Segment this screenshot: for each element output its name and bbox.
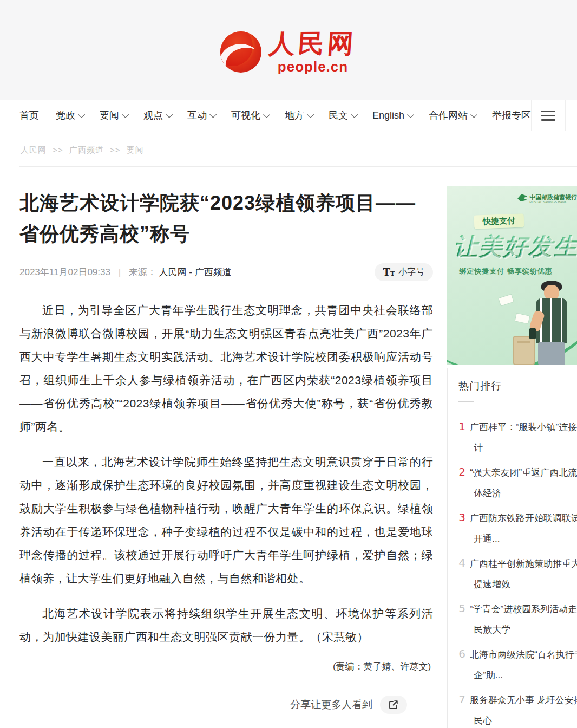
publish-date: 2023年11月02日09:33 — [19, 267, 110, 277]
list-item[interactable]: 3广西防东铁路开始联调联试 预 开通... — [458, 507, 577, 549]
pipe-separator: | — [119, 267, 121, 277]
breadcrumb-home[interactable]: 人民网 — [21, 145, 47, 154]
nav-item-hudong[interactable]: 互动 — [187, 109, 214, 122]
ad-banner[interactable]: 中国邮政储蓄银行 POSTAL SAVINGS BANK 快捷支付 让美好发生 … — [447, 186, 577, 365]
sidebar: 中国邮政储蓄银行 POSTAL SAVINGS BANK 快捷支付 让美好发生 … — [447, 167, 577, 728]
site-name: 人民网 — [268, 30, 357, 56]
nav-item-yaowen[interactable]: 要闻 — [100, 109, 127, 122]
search-button[interactable] — [566, 100, 577, 131]
nav-item-minwen[interactable]: 民文 — [329, 109, 356, 122]
share-row: 分享让更多人看到 — [19, 696, 433, 714]
rank-number: 5 — [458, 598, 465, 619]
share-icon — [388, 699, 399, 710]
paragraph: 近日，为引导全区广大青年学生践行生态文明理念，共青团中央社会联络部与新浪微博联合… — [19, 298, 433, 438]
nav-label: 举报专区 — [492, 109, 531, 122]
rank-number: 3 — [458, 507, 465, 528]
list-item[interactable]: 5“学青会”进校园系列活动走 民族大学 — [458, 598, 577, 640]
item-text-cont: 体经济 — [458, 483, 577, 504]
paragraph: 北海艺术设计学院表示将持续组织学生开展生态文明、环境保护等系列活动，为加快建设美… — [19, 602, 433, 648]
page: 人民网 people.cn 首页 党政 要闻 观点 互动 可视化 地方 民文 E… — [0, 0, 577, 728]
list-item[interactable]: 6北海市两级法院“百名执行干 企”助... — [458, 644, 577, 686]
chevron-down-icon — [307, 111, 314, 118]
list-item[interactable]: 4广西桂平创新施策助推重大项 提速增效 — [458, 552, 577, 595]
share-button[interactable] — [380, 696, 407, 714]
nav-item-hezuo[interactable]: 合作网站 — [429, 109, 475, 122]
site-logo[interactable]: 人民网 people.cn — [220, 30, 357, 74]
item-text: 广西桂平：“服装小镇”连接 — [470, 417, 577, 438]
bank-bird-icon — [517, 194, 527, 202]
nav-label: 党政 — [56, 109, 75, 122]
rank-number: 7 — [458, 689, 465, 710]
divider — [458, 401, 474, 402]
logo-text: 人民网 people.cn — [269, 30, 357, 74]
hot-ranking-list: 1广西桂平：“服装小镇”连接 计 2“强大亲友团”重返广西北流 体经济 3广西防… — [458, 416, 577, 728]
content: 北海艺术设计学院获“2023绿植领养项目——省份优秀高校”称号 2023年11月… — [0, 167, 577, 728]
bank-subtitle: POSTAL SAVINGS BANK — [529, 200, 577, 204]
nav-item-dangzheng[interactable]: 党政 — [56, 109, 83, 122]
chevron-down-icon — [351, 111, 358, 118]
article-body: 近日，为引导全区广大青年学生践行生态文明理念，共青团中央社会联络部与新浪微博联合… — [19, 298, 433, 648]
item-text-cont: 提速增效 — [458, 574, 577, 595]
nav-label: 合作网站 — [429, 109, 468, 122]
item-text: “学青会”进校园系列活动走 — [470, 599, 577, 620]
nav-label: 观点 — [143, 109, 163, 122]
nav-item-guandian[interactable]: 观点 — [143, 109, 171, 122]
nav-items: 首页 党政 要闻 观点 互动 可视化 地方 民文 English 合作网站 举报… — [19, 109, 531, 122]
breadcrumb-separator: >> — [110, 145, 121, 154]
globe-logo-icon — [220, 31, 261, 73]
item-text: 广西桂平创新施策助推重大项 — [470, 554, 577, 574]
item-text: “强大亲友团”重返广西北流 — [470, 463, 577, 483]
item-text-cont: 计 — [458, 438, 577, 458]
source-label: 来源： — [129, 267, 156, 277]
font-size-label: 小字号 — [398, 266, 424, 278]
nav-item-keshihua[interactable]: 可视化 — [231, 109, 268, 122]
source-link[interactable]: 人民网 - 广西频道 — [159, 267, 232, 277]
item-text-cont: 民心 — [458, 711, 577, 728]
list-item[interactable]: 2“强大亲友团”重返广西北流 体经济 — [458, 461, 577, 504]
list-item[interactable]: 1广西桂平：“服装小镇”连接 计 — [458, 416, 577, 458]
ad-person-illustration — [528, 283, 577, 365]
share-label: 分享让更多人看到 — [290, 698, 372, 712]
bank-name: 中国邮政储蓄银行 — [529, 194, 577, 200]
bank-logo: 中国邮政储蓄银行 POSTAL SAVINGS BANK — [517, 194, 577, 204]
hot-ranking-card: 热门排行 1广西桂平：“服装小镇”连接 计 2“强大亲友团”重返广西北流 体经济… — [447, 368, 577, 728]
meta-left: 2023年11月02日09:33 | 来源： 人民网 - 广西频道 — [19, 266, 232, 278]
item-text: 服务群众无小事 龙圩公安排忧 — [470, 690, 577, 711]
main-nav: 首页 党政 要闻 观点 互动 可视化 地方 民文 English 合作网站 举报… — [0, 100, 577, 131]
nav-label: English — [372, 110, 404, 121]
paragraph: 一直以来，北海艺术设计学院师生始终坚持把生态文明意识贯穿于日常的行动中，逐渐形成… — [19, 450, 433, 590]
nav-item-english[interactable]: English — [372, 110, 412, 121]
ad-title: 让美好发生 — [454, 231, 577, 263]
nav-item-home[interactable]: 首页 — [19, 109, 39, 122]
editor-note: (责编：黄子婧、许荩文) — [19, 660, 433, 673]
item-text-cont: 民族大学 — [458, 620, 577, 640]
list-item[interactable]: 7服务群众无小事 龙圩公安排忧 民心 — [458, 689, 577, 728]
rank-number: 6 — [458, 644, 465, 664]
ad-badge: 快捷支付 — [474, 213, 524, 229]
chevron-down-icon — [209, 111, 217, 118]
item-text: 北海市两级法院“百名执行干 — [470, 645, 577, 665]
item-text-cont: 企”助... — [458, 665, 577, 686]
nav-item-jubao[interactable]: 举报专区 — [492, 109, 531, 122]
chevron-down-icon — [122, 111, 129, 118]
nav-label: 首页 — [19, 109, 39, 122]
nav-label: 互动 — [187, 109, 207, 122]
breadcrumb: 人民网 >> 广西频道 >> 要闻 — [0, 131, 577, 166]
font-size-button[interactable]: TT 小字号 — [375, 263, 434, 281]
site-domain: people.cn — [269, 60, 357, 74]
item-text-cont: 开通... — [458, 529, 577, 549]
nav-item-difang[interactable]: 地方 — [285, 109, 312, 122]
rank-number: 1 — [458, 416, 465, 437]
nav-label: 民文 — [329, 109, 348, 122]
article: 北海艺术设计学院获“2023绿植领养项目——省份优秀高校”称号 2023年11月… — [19, 167, 433, 728]
chevron-down-icon — [470, 111, 477, 118]
hot-ranking-title: 热门排行 — [458, 379, 577, 393]
rank-number: 4 — [458, 552, 465, 573]
hamburger-icon — [541, 110, 555, 121]
page-title: 北海艺术设计学院获“2023绿植领养项目——省份优秀高校”称号 — [19, 187, 433, 249]
breadcrumb-section[interactable]: 要闻 — [127, 145, 144, 154]
menu-button[interactable] — [532, 100, 565, 131]
breadcrumb-channel[interactable]: 广西频道 — [69, 145, 104, 154]
nav-label: 地方 — [285, 109, 304, 122]
breadcrumb-separator: >> — [53, 145, 63, 154]
